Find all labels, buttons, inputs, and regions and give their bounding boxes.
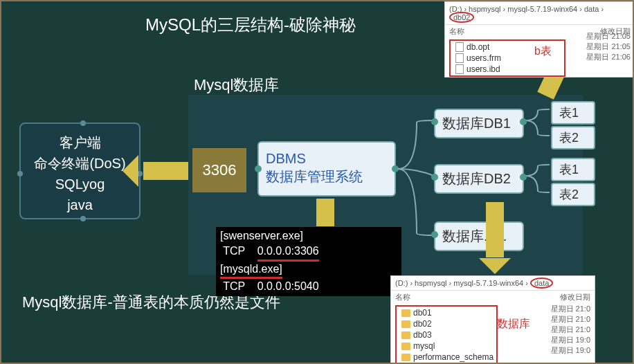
port-node: 3306 bbox=[192, 148, 246, 192]
client-line: java bbox=[25, 194, 135, 215]
folder-icon bbox=[401, 320, 410, 328]
arrow-down-icon bbox=[486, 202, 504, 257]
database-node-1: 数据库DB1 bbox=[434, 109, 524, 138]
column-header[interactable]: 修改日期 bbox=[560, 292, 590, 302]
annotation-text: b表 bbox=[534, 44, 552, 59]
netstat-line: TCP 0.0.0.0:5040 bbox=[220, 279, 397, 294]
database-node-3: 数据库...... bbox=[434, 221, 524, 251]
file-explorer-top: (D:) › hspmysql › mysql-5.7.19-winx64 › … bbox=[444, 1, 634, 78]
annotation-text: 数据库 bbox=[497, 317, 530, 331]
folder-icon bbox=[401, 331, 410, 339]
page-title: MySQL的三层结构-破除神秘 bbox=[145, 14, 356, 36]
folder-icon bbox=[401, 354, 410, 361]
client-line: 客户端 bbox=[25, 132, 135, 153]
netstat-output: [swenserver.exe] TCP 0.0.0.0:3306 [mysql… bbox=[216, 227, 401, 296]
table-node: 表1 bbox=[551, 158, 595, 181]
folder-row[interactable]: db01 bbox=[397, 307, 496, 318]
bidirectional-arrow-icon bbox=[143, 162, 188, 180]
file-icon bbox=[455, 53, 464, 63]
mysql-area-label: Mysql数据库 bbox=[194, 75, 279, 95]
table-node: 表2 bbox=[551, 126, 595, 149]
file-row[interactable]: users.ibd bbox=[451, 64, 563, 75]
folder-icon bbox=[401, 343, 410, 350]
dbms-node: DBMS 数据库管理系统 bbox=[257, 141, 396, 197]
client-line: SQLyog bbox=[25, 174, 135, 194]
arrow-down-icon bbox=[316, 199, 334, 226]
file-icon bbox=[455, 42, 464, 52]
folder-icon bbox=[401, 309, 410, 317]
file-explorer-bottom: (D:) › hspmysql › mysql-5.7.19-winx64 › … bbox=[390, 275, 595, 364]
breadcrumb[interactable]: (D:) › hspmysql › mysql-5.7.19-winx64 › … bbox=[445, 2, 634, 25]
breadcrumb[interactable]: (D:) › hspmysql › mysql-5.7.19-winx64 › … bbox=[391, 276, 595, 291]
column-header[interactable]: 名称 bbox=[449, 26, 600, 37]
folder-row[interactable]: db03 bbox=[397, 329, 496, 340]
netstat-line: [mysqld.exe] bbox=[220, 262, 397, 279]
table-node: 表2 bbox=[551, 183, 595, 206]
folder-row[interactable]: db02 bbox=[397, 318, 496, 329]
file-icon bbox=[455, 64, 464, 74]
netstat-line: TCP 0.0.0.0:3306 bbox=[220, 244, 397, 261]
table-node: 表1 bbox=[551, 101, 595, 125]
column-header[interactable]: 名称 bbox=[395, 292, 560, 302]
netstat-line: [swenserver.exe] bbox=[220, 228, 397, 244]
dbms-line: 数据库管理系统 bbox=[266, 167, 388, 185]
dbms-line: DBMS bbox=[266, 149, 388, 167]
database-node-2: 数据库DB2 bbox=[434, 164, 524, 194]
folder-row[interactable]: mysql bbox=[397, 340, 496, 352]
folder-row[interactable]: performance_schema bbox=[397, 352, 496, 363]
client-line: 命令终端(DoS) bbox=[25, 153, 135, 174]
